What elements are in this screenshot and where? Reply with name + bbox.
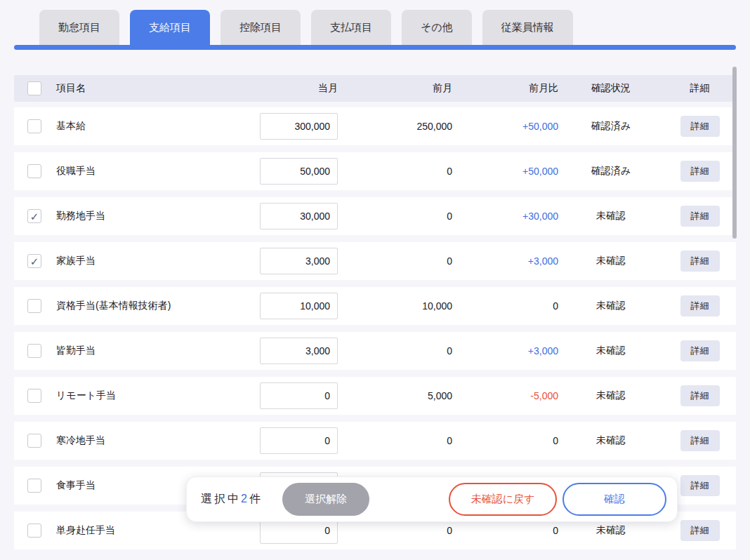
current-amount-input[interactable]	[260, 203, 338, 229]
active-tab-underline	[14, 45, 736, 50]
status-text: 確認済み	[558, 120, 664, 133]
tab-payment-items[interactable]: 支給項目	[130, 10, 210, 45]
table-row: 寒冷地手当 0 0 未確認 詳細	[14, 422, 736, 460]
selection-count-prefix: 選択中	[201, 493, 241, 505]
item-name: 皆勤手当	[55, 345, 246, 357]
status-text: 未確認	[558, 255, 664, 267]
detail-button[interactable]: 詳細	[680, 430, 720, 451]
previous-amount: 250,000	[338, 121, 452, 132]
current-amount-input[interactable]	[260, 113, 338, 140]
tab-other[interactable]: その他	[402, 10, 472, 45]
tab-deduction-items[interactable]: 控除項目	[221, 10, 301, 45]
detail-button[interactable]: 詳細	[680, 475, 720, 496]
selection-count-suffix: 件	[249, 493, 263, 505]
item-name: 勤務地手当	[55, 210, 246, 222]
detail-button[interactable]: 詳細	[680, 295, 720, 316]
row-checkbox[interactable]	[27, 119, 41, 133]
row-checkbox[interactable]	[27, 254, 41, 268]
detail-button[interactable]: 詳細	[680, 520, 720, 541]
diff-value: +3,000	[452, 255, 558, 267]
item-name: 単身赴任手当	[55, 524, 246, 537]
diff-value: 0	[452, 300, 558, 312]
diff-value: +3,000	[452, 345, 558, 356]
status-text: 確認済み	[558, 165, 664, 178]
header-item-name: 項目名	[55, 82, 246, 95]
status-text: 未確認	[558, 389, 664, 402]
tab-employee-info[interactable]: 従業員情報	[482, 10, 573, 45]
previous-amount: 0	[338, 345, 452, 356]
table-row: 勤務地手当 0 +30,000 未確認 詳細	[14, 197, 736, 235]
selection-count-number: 2	[241, 493, 249, 505]
previous-amount: 0	[338, 435, 452, 446]
header-current-month: 当月	[246, 82, 338, 95]
current-amount-input[interactable]	[260, 293, 338, 319]
item-name: 家族手当	[55, 255, 246, 267]
detail-button[interactable]: 詳細	[680, 385, 720, 406]
status-text: 未確認	[558, 524, 664, 537]
diff-value: -5,000	[452, 390, 558, 401]
row-checkbox[interactable]	[27, 389, 41, 403]
payroll-page: 勤怠項目 支給項目 控除項目 支払項目 その他 従業員情報 項目名 当月 前月 …	[0, 0, 750, 560]
previous-amount: 10,000	[338, 300, 452, 312]
previous-amount: 0	[338, 525, 452, 536]
row-checkbox[interactable]	[27, 524, 41, 538]
vertical-scrollbar[interactable]	[732, 67, 737, 239]
row-checkbox[interactable]	[27, 209, 41, 223]
revert-to-unconfirmed-button[interactable]: 未確認に戻す	[449, 483, 557, 516]
current-amount-input[interactable]	[260, 248, 338, 274]
item-name: 役職手当	[55, 165, 246, 178]
diff-value: 0	[452, 525, 558, 536]
detail-button[interactable]: 詳細	[680, 340, 720, 361]
row-checkbox[interactable]	[27, 299, 41, 313]
current-amount-input[interactable]	[260, 338, 338, 364]
table-row: 基本給 250,000 +50,000 確認済み 詳細	[14, 107, 736, 145]
table-header-row: 項目名 当月 前月 前月比 確認状況 詳細	[14, 75, 736, 102]
row-checkbox[interactable]	[27, 434, 41, 448]
header-month-diff: 前月比	[452, 82, 558, 95]
detail-button[interactable]: 詳細	[680, 161, 720, 182]
tab-attendance-items[interactable]: 勤怠項目	[39, 10, 119, 45]
confirm-button[interactable]: 確認	[562, 483, 666, 516]
status-text: 未確認	[558, 434, 664, 447]
previous-amount: 0	[338, 166, 452, 177]
table-row: 家族手当 0 +3,000 未確認 詳細	[14, 242, 736, 280]
detail-button[interactable]: 詳細	[680, 206, 720, 227]
item-name: 基本給	[55, 120, 246, 133]
current-amount-input[interactable]	[260, 427, 338, 454]
item-name: 寒冷地手当	[55, 434, 246, 447]
diff-value: +50,000	[452, 166, 558, 177]
header-previous-month: 前月	[338, 82, 452, 95]
current-amount-input[interactable]	[260, 382, 338, 409]
header-detail: 詳細	[664, 82, 736, 95]
selection-toolbar: 選択中2件 選択解除 未確認に戻す 確認	[186, 476, 678, 522]
diff-value: +30,000	[452, 211, 558, 222]
item-name: 資格手当(基本情報技術者)	[55, 300, 246, 312]
table-row: リモート手当 5,000 -5,000 未確認 詳細	[14, 377, 736, 415]
current-amount-input[interactable]	[260, 158, 338, 185]
tab-payout-items[interactable]: 支払項目	[311, 10, 391, 45]
select-all-checkbox[interactable]	[27, 81, 41, 95]
status-text: 未確認	[558, 210, 664, 222]
selection-count-text: 選択中2件	[201, 492, 263, 507]
table-row: 資格手当(基本情報技術者) 10,000 0 未確認 詳細	[14, 287, 736, 325]
diff-value: 0	[452, 435, 558, 446]
header-status: 確認状況	[558, 82, 664, 95]
detail-button[interactable]: 詳細	[680, 116, 720, 137]
diff-value: +50,000	[452, 121, 558, 132]
table-row: 皆勤手当 0 +3,000 未確認 詳細	[14, 332, 736, 370]
row-checkbox[interactable]	[27, 479, 41, 493]
detail-button[interactable]: 詳細	[680, 251, 720, 272]
previous-amount: 0	[338, 255, 452, 267]
table-row: 役職手当 0 +50,000 確認済み 詳細	[14, 152, 736, 190]
row-checkbox[interactable]	[27, 344, 41, 358]
row-checkbox[interactable]	[27, 164, 41, 178]
status-text: 未確認	[558, 300, 664, 312]
deselect-button[interactable]: 選択解除	[282, 483, 369, 516]
status-text: 未確認	[558, 345, 664, 357]
tab-bar: 勤怠項目 支給項目 控除項目 支払項目 その他 従業員情報	[39, 10, 750, 45]
previous-amount: 0	[338, 211, 452, 222]
previous-amount: 5,000	[338, 390, 452, 401]
item-name: リモート手当	[55, 389, 246, 402]
